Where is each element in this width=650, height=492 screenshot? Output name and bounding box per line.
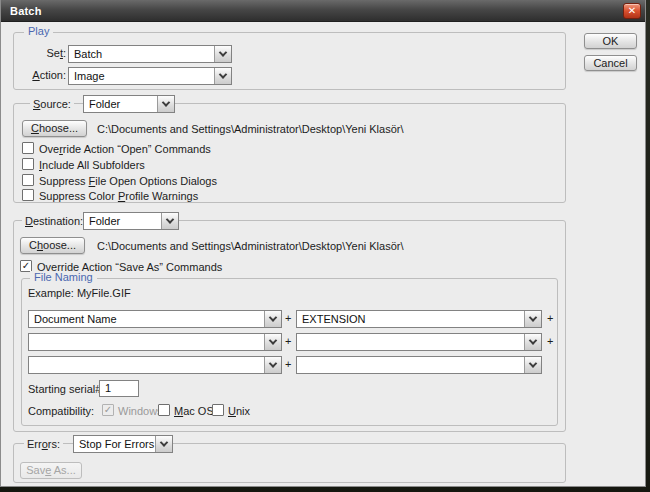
chevron-down-icon bbox=[529, 313, 537, 321]
unix-checkbox[interactable] bbox=[212, 404, 224, 416]
mac-os-label[interactable]: Mac OS bbox=[174, 405, 214, 417]
source-group: Source: Folder Choose... C:\Documents an… bbox=[13, 103, 566, 203]
cancel-button[interactable]: Cancel bbox=[584, 55, 637, 71]
file-naming-example: Example: MyFile.GIF bbox=[28, 287, 131, 299]
source-label: Source: bbox=[30, 98, 74, 110]
batch-dialog: Batch ✕ Play Set: Batch Action: Image bbox=[0, 0, 646, 487]
naming-field-4-arrow[interactable] bbox=[524, 334, 541, 350]
action-select-value: Image bbox=[69, 68, 214, 84]
play-group: Play Set: Batch Action: Image bbox=[13, 32, 566, 90]
save-as-button: Save As... bbox=[20, 462, 82, 479]
set-select-arrow[interactable] bbox=[214, 46, 231, 62]
naming-field-6[interactable] bbox=[296, 356, 542, 374]
suppress-color-profile-label[interactable]: Suppress Color Profile Warnings bbox=[39, 190, 198, 202]
suppress-color-profile-checkbox[interactable] bbox=[22, 189, 34, 201]
naming-field-3-arrow[interactable] bbox=[264, 334, 281, 350]
windows-label: Windows bbox=[118, 405, 163, 417]
override-open-label[interactable]: Override Action “Open” Commands bbox=[39, 143, 211, 155]
naming-field-1[interactable]: Document Name bbox=[28, 310, 282, 328]
action-select[interactable]: Image bbox=[68, 67, 232, 85]
mac-os-checkbox[interactable] bbox=[158, 404, 170, 416]
set-select-value: Batch bbox=[69, 46, 214, 62]
naming-field-2-value: EXTENSION bbox=[297, 311, 524, 327]
chevron-down-icon bbox=[219, 48, 227, 56]
chevron-down-icon bbox=[529, 336, 537, 344]
suppress-file-open-checkbox[interactable] bbox=[22, 174, 34, 186]
ok-button[interactable]: OK bbox=[584, 33, 637, 49]
naming-field-5[interactable] bbox=[28, 356, 282, 374]
suppress-file-open-label[interactable]: Suppress File Open Options Dialogs bbox=[39, 175, 217, 187]
desktop-background: Batch ✕ Play Set: Batch Action: Image bbox=[0, 0, 650, 492]
naming-field-1-arrow[interactable] bbox=[264, 311, 281, 327]
compatibility-label: Compatibility: bbox=[28, 405, 94, 417]
naming-field-1-value: Document Name bbox=[29, 311, 264, 327]
naming-field-2[interactable]: EXTENSION bbox=[296, 310, 542, 328]
chevron-down-icon bbox=[219, 70, 227, 78]
chevron-down-icon bbox=[162, 98, 170, 106]
dialog-body: Play Set: Batch Action: Image OK Cancel … bbox=[1, 22, 645, 486]
naming-field-4-value bbox=[297, 334, 524, 350]
naming-field-5-arrow[interactable] bbox=[264, 357, 281, 373]
override-open-checkbox[interactable] bbox=[22, 142, 34, 154]
destination-select-value: Folder bbox=[84, 213, 161, 229]
chevron-down-icon bbox=[529, 359, 537, 367]
close-icon: ✕ bbox=[628, 5, 636, 16]
action-select-arrow[interactable] bbox=[214, 68, 231, 84]
errors-select-arrow[interactable] bbox=[155, 436, 172, 452]
titlebar[interactable]: Batch ✕ bbox=[1, 0, 645, 22]
source-select[interactable]: Folder bbox=[83, 95, 175, 113]
window-title: Batch bbox=[1, 5, 42, 17]
source-select-value: Folder bbox=[84, 96, 157, 112]
windows-checkbox: ✓ bbox=[102, 404, 114, 416]
set-label: Set: bbox=[20, 47, 66, 59]
errors-select-value: Stop For Errors bbox=[74, 436, 155, 452]
include-subfolders-label[interactable]: Include All Subfolders bbox=[39, 159, 145, 171]
naming-field-4[interactable] bbox=[296, 333, 542, 351]
destination-choose-button[interactable]: Choose... bbox=[20, 237, 85, 254]
naming-field-6-arrow[interactable] bbox=[524, 357, 541, 373]
chevron-down-icon bbox=[166, 215, 174, 223]
plus-separator: + bbox=[547, 312, 553, 324]
chevron-down-icon bbox=[269, 313, 277, 321]
destination-path: C:\Documents and Settings\Administrator\… bbox=[97, 240, 404, 252]
plus-separator: + bbox=[285, 335, 291, 347]
naming-field-6-value bbox=[297, 357, 524, 373]
destination-select-arrow[interactable] bbox=[161, 213, 178, 229]
destination-label: Destination: bbox=[22, 215, 86, 227]
plus-separator: + bbox=[285, 312, 291, 324]
errors-label: Errors: bbox=[24, 438, 63, 450]
naming-field-3-value bbox=[29, 334, 264, 350]
naming-field-2-arrow[interactable] bbox=[524, 311, 541, 327]
errors-select[interactable]: Stop For Errors bbox=[73, 435, 173, 453]
unix-label[interactable]: Unix bbox=[228, 405, 250, 417]
starting-serial-label: Starting serial#: bbox=[28, 383, 104, 395]
errors-group: Errors: Stop For Errors Save As... bbox=[13, 443, 566, 483]
file-naming-group: File Naming Example: MyFile.GIF Document… bbox=[21, 278, 558, 426]
chevron-down-icon bbox=[160, 438, 168, 446]
naming-field-5-value bbox=[29, 357, 264, 373]
source-path: C:\Documents and Settings\Administrator\… bbox=[97, 123, 404, 135]
starting-serial-input[interactable]: 1 bbox=[99, 380, 139, 397]
close-button[interactable]: ✕ bbox=[623, 3, 641, 19]
set-select[interactable]: Batch bbox=[68, 45, 232, 63]
source-choose-button[interactable]: Choose... bbox=[22, 120, 87, 137]
destination-select[interactable]: Folder bbox=[83, 212, 179, 230]
action-label: Action: bbox=[20, 69, 66, 81]
file-naming-legend: File Naming bbox=[30, 271, 97, 283]
plus-separator: + bbox=[285, 358, 291, 370]
source-select-arrow[interactable] bbox=[157, 96, 174, 112]
play-group-legend: Play bbox=[24, 25, 53, 37]
plus-separator: + bbox=[547, 335, 553, 347]
chevron-down-icon bbox=[269, 336, 277, 344]
naming-field-3[interactable] bbox=[28, 333, 282, 351]
chevron-down-icon bbox=[269, 359, 277, 367]
include-subfolders-checkbox[interactable] bbox=[22, 158, 34, 170]
